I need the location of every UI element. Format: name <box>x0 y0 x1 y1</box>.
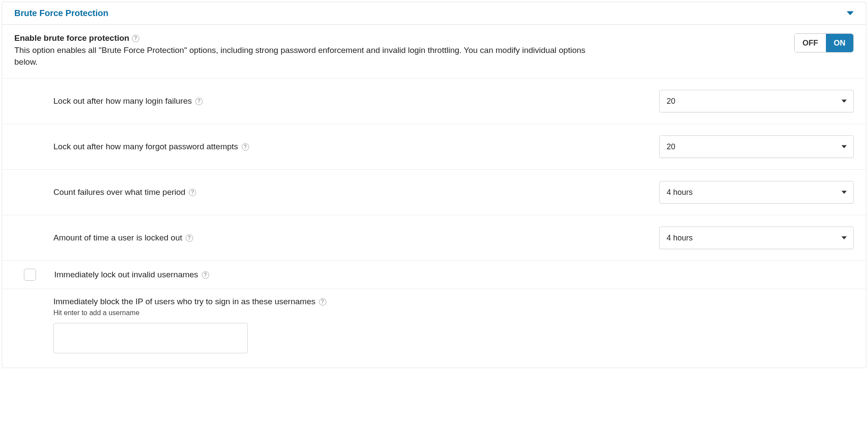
row-lock-invalid: Immediately lock out invalid usernames ? <box>2 261 866 289</box>
select-count-period-value: 4 hours <box>667 188 693 197</box>
enable-toggle: OFF ON <box>794 33 854 53</box>
row-forgot-attempts: Lock out after how many forgot password … <box>2 124 866 170</box>
help-icon[interactable]: ? <box>189 189 196 196</box>
select-lockout-time[interactable]: 4 hours <box>659 227 854 249</box>
chevron-down-icon <box>842 100 847 103</box>
enable-description: This option enables all "Brute Force Pro… <box>14 45 592 68</box>
chevron-down-icon <box>842 191 847 194</box>
brute-force-panel: Brute Force Protection Enable brute forc… <box>2 2 866 368</box>
select-login-failures-value: 20 <box>667 97 675 106</box>
help-icon[interactable]: ? <box>186 234 193 242</box>
input-block-ip-usernames[interactable] <box>53 323 248 353</box>
hint-block-ip: Hit enter to add a username <box>53 309 854 317</box>
enable-text: Enable brute force protection ? This opt… <box>14 33 592 68</box>
label-block-ip: Immediately block the IP of users who tr… <box>53 297 326 306</box>
label-count-period: Count failures over what time period ? <box>53 187 651 197</box>
row-block-ip: Immediately block the IP of users who tr… <box>2 289 866 368</box>
chevron-down-icon <box>842 145 847 148</box>
enable-row: Enable brute force protection ? This opt… <box>2 25 866 79</box>
label-count-period-text: Count failures over what time period <box>53 187 185 197</box>
chevron-down-icon <box>842 237 847 240</box>
enable-title-text: Enable brute force protection <box>14 33 129 43</box>
collapse-icon <box>847 11 854 15</box>
row-login-failures: Lock out after how many login failures ?… <box>2 79 866 124</box>
label-lockout-time: Amount of time a user is locked out ? <box>53 233 651 243</box>
label-block-ip-text: Immediately block the IP of users who tr… <box>53 297 316 306</box>
toggle-off-button[interactable]: OFF <box>795 34 826 52</box>
row-lockout-time: Amount of time a user is locked out ? 4 … <box>2 215 866 261</box>
help-icon[interactable]: ? <box>319 298 326 306</box>
select-count-period[interactable]: 4 hours <box>659 181 854 204</box>
control-lockout-time: 4 hours <box>659 227 854 249</box>
label-lock-invalid-text: Immediately lock out invalid usernames <box>54 270 198 280</box>
help-icon[interactable]: ? <box>195 98 203 105</box>
row-count-period: Count failures over what time period ? 4… <box>2 170 866 215</box>
label-lockout-time-text: Amount of time a user is locked out <box>53 233 182 243</box>
toggle-on-button[interactable]: ON <box>826 34 853 52</box>
control-count-period: 4 hours <box>659 181 854 204</box>
panel-title: Brute Force Protection <box>14 8 108 18</box>
enable-title: Enable brute force protection ? <box>14 33 139 43</box>
control-login-failures: 20 <box>659 90 854 112</box>
checkbox-lock-invalid[interactable] <box>24 269 36 281</box>
label-forgot-attempts-text: Lock out after how many forgot password … <box>53 142 238 151</box>
panel-header[interactable]: Brute Force Protection <box>2 2 866 25</box>
label-forgot-attempts: Lock out after how many forgot password … <box>53 142 651 151</box>
select-lockout-time-value: 4 hours <box>667 234 693 243</box>
help-icon[interactable]: ? <box>132 35 139 42</box>
select-forgot-attempts[interactable]: 20 <box>659 135 854 158</box>
select-login-failures[interactable]: 20 <box>659 90 854 112</box>
select-forgot-attempts-value: 20 <box>667 142 675 151</box>
label-lock-invalid: Immediately lock out invalid usernames ? <box>54 270 854 280</box>
help-icon[interactable]: ? <box>242 143 249 151</box>
help-icon[interactable]: ? <box>202 271 209 279</box>
label-login-failures: Lock out after how many login failures ? <box>53 96 651 106</box>
control-forgot-attempts: 20 <box>659 135 854 158</box>
label-login-failures-text: Lock out after how many login failures <box>53 96 192 106</box>
